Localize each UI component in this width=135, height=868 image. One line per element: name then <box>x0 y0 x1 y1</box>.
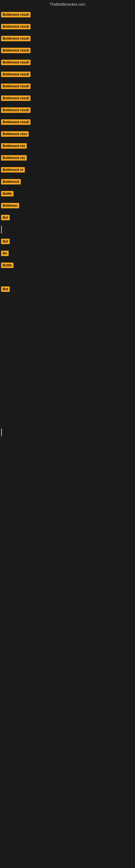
list-item <box>0 414 135 426</box>
list-item: Bottleneck result <box>0 21 135 33</box>
bottleneck-result-badge[interactable]: Bottle <box>1 191 13 196</box>
bottleneck-result-badge[interactable]: Bottleneck <box>1 179 21 184</box>
list-item <box>0 403 135 414</box>
list-item: Bottleneck result <box>0 68 135 80</box>
list-item <box>0 307 135 319</box>
list-item: Bottleneck <box>0 176 135 188</box>
list-item: Bot <box>0 283 135 295</box>
bottleneck-result-badge[interactable]: Bottleneck result <box>1 24 31 29</box>
bottleneck-result-badge[interactable]: Bottleneck result <box>1 12 31 18</box>
site-header: TheBottlenecker.com <box>0 0 135 9</box>
bottleneck-result-badge[interactable]: Bottleneck resu <box>1 131 29 137</box>
list-item: Bottle <box>0 188 135 199</box>
bottleneck-result-badge[interactable]: Bottlenec <box>1 203 19 208</box>
list-item: Bottleneck res <box>0 152 135 164</box>
list-item: Bot <box>0 212 135 223</box>
list-item: Bottleneck res <box>0 140 135 152</box>
list-item <box>0 426 135 438</box>
list-item: Bottleneck result <box>0 9 135 21</box>
bottleneck-result-badge[interactable]: Bo <box>1 251 9 256</box>
bottleneck-result-badge[interactable]: Bottleneck result <box>1 36 31 41</box>
bottleneck-result-badge[interactable]: Bottleneck re <box>1 167 25 173</box>
list-item: Bottleneck result <box>0 104 135 116</box>
list-item: Bottleneck re <box>0 164 135 176</box>
list-item: Bottleneck result <box>0 116 135 128</box>
bottleneck-result-badge[interactable]: Bot <box>1 239 10 244</box>
list-item <box>0 271 135 283</box>
rows-container: Bottleneck resultBottleneck resultBottle… <box>0 9 135 438</box>
list-item <box>0 379 135 391</box>
bottleneck-result-badge[interactable]: Bottleneck result <box>1 119 31 125</box>
vertical-bar-indicator <box>1 226 2 233</box>
list-item: Bottleneck result <box>0 33 135 44</box>
list-item <box>0 295 135 307</box>
list-item: Bo <box>0 247 135 259</box>
list-item <box>0 223 135 236</box>
bottleneck-result-badge[interactable]: Bottleneck res <box>1 155 27 161</box>
site-title: TheBottlenecker.com <box>0 0 135 9</box>
list-item: Bottlenec <box>0 199 135 212</box>
list-item <box>0 355 135 367</box>
bottleneck-result-badge[interactable]: Bottleneck res <box>1 143 27 149</box>
bottleneck-result-badge[interactable]: Bottle <box>1 262 13 268</box>
bottleneck-result-badge[interactable]: Bot <box>1 215 10 220</box>
list-item: Bottleneck resu <box>0 128 135 140</box>
vertical-bar-indicator <box>1 429 2 436</box>
list-item: Bottle <box>0 259 135 271</box>
list-item: Bottleneck result <box>0 92 135 104</box>
list-item <box>0 391 135 403</box>
bottleneck-result-badge[interactable]: Bottleneck result <box>1 60 31 65</box>
list-item: Bottleneck result <box>0 44 135 56</box>
list-item <box>0 331 135 343</box>
list-item <box>0 367 135 379</box>
bottleneck-result-badge[interactable]: Bot <box>1 286 10 292</box>
list-item: Bottleneck result <box>0 80 135 92</box>
list-item: Bottleneck result <box>0 56 135 68</box>
bottleneck-result-badge[interactable]: Bottleneck result <box>1 48 31 53</box>
bottleneck-result-badge[interactable]: Bottleneck result <box>1 84 31 89</box>
bottleneck-result-badge[interactable]: Bottleneck result <box>1 72 31 77</box>
list-item <box>0 319 135 331</box>
bottleneck-result-badge[interactable]: Bottleneck result <box>1 95 31 101</box>
bottleneck-result-badge[interactable]: Bottleneck result <box>1 107 31 113</box>
list-item: Bot <box>0 236 135 247</box>
list-item <box>0 343 135 355</box>
